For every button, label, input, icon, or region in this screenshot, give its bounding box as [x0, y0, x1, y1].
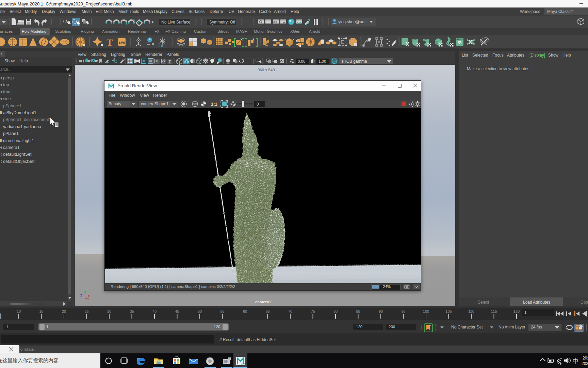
- svg-text:cameraShape1: cameraShape1: [141, 102, 169, 106]
- svg-text:95: 95: [401, 309, 405, 313]
- svg-text:105: 105: [445, 309, 452, 313]
- svg-text:25: 25: [84, 309, 88, 313]
- svg-text:T: T: [169, 59, 171, 63]
- svg-text:sRGB gamma: sRGB gamma: [341, 59, 367, 64]
- svg-text:45: 45: [175, 309, 179, 313]
- svg-text:10: 10: [17, 309, 21, 313]
- svg-text:20:: 20:: [583, 356, 588, 361]
- svg-text:70: 70: [288, 309, 292, 313]
- svg-text:80: 80: [333, 309, 338, 313]
- svg-text:Symmetry: Off: Symmetry: Off: [209, 20, 235, 25]
- svg-text:0.00: 0.00: [298, 59, 305, 63]
- svg-text:120: 120: [513, 309, 520, 313]
- svg-text:110: 110: [468, 309, 474, 313]
- svg-text:GN: GN: [332, 60, 336, 63]
- svg-text:0,0,0: 0,0,0: [159, 44, 165, 48]
- svg-text:No Live Surface: No Live Surface: [161, 20, 191, 25]
- svg-text:100: 100: [423, 309, 429, 313]
- svg-text:1:1: 1:1: [211, 102, 217, 107]
- svg-text:55: 55: [220, 309, 224, 313]
- svg-text:svg: svg: [119, 40, 125, 44]
- svg-text:50: 50: [198, 309, 202, 313]
- svg-text:中: 中: [573, 358, 578, 364]
- svg-text:ying.shen@aut..: ying.shen@aut..: [338, 19, 368, 24]
- svg-text:75: 75: [311, 309, 315, 313]
- svg-text:MAYA: MAYA: [241, 363, 245, 365]
- svg-text:IPR: IPR: [273, 21, 277, 24]
- svg-text:202: 202: [582, 361, 588, 366]
- svg-text:60: 60: [243, 309, 247, 313]
- svg-text:65: 65: [265, 309, 270, 313]
- svg-text:20: 20: [62, 309, 66, 313]
- svg-text:Beauty: Beauty: [109, 102, 121, 106]
- svg-text:15: 15: [39, 309, 43, 313]
- svg-text:90: 90: [379, 309, 383, 313]
- svg-text:40: 40: [152, 309, 157, 313]
- svg-text:RGB: RGB: [193, 103, 197, 105]
- svg-text:0: 0: [257, 102, 259, 107]
- svg-text:30: 30: [107, 309, 111, 313]
- svg-text:z: z: [80, 293, 82, 297]
- svg-text:35: 35: [130, 309, 134, 313]
- svg-text:x: x: [88, 294, 90, 298]
- svg-text:85: 85: [356, 309, 360, 313]
- svg-text:115: 115: [491, 309, 497, 313]
- svg-text:T: T: [107, 37, 113, 48]
- svg-text:1.00: 1.00: [318, 59, 326, 63]
